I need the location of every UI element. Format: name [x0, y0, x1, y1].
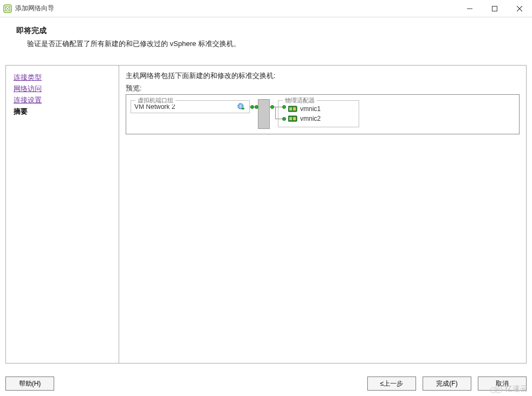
cancel-button-label: 取消	[496, 379, 509, 388]
globe-icon	[237, 103, 245, 111]
help-button-label: 帮助(H)	[19, 379, 41, 388]
svg-rect-1	[492, 7, 497, 11]
connector-line	[275, 107, 276, 119]
nic-item: vmnic1	[288, 104, 355, 114]
svg-rect-3	[242, 108, 244, 109]
wizard-body: 连接类型 网络访问 连接设置 摘要 主机网络将包括下面新建的和修改的标准交换机:…	[5, 65, 527, 363]
preview-label: 预览:	[126, 84, 520, 93]
nic-icon	[288, 106, 298, 112]
connector-dot	[250, 105, 254, 109]
minimize-button[interactable]	[457, 0, 482, 17]
wizard-steps-sidebar: 连接类型 网络访问 连接设置 摘要	[5, 65, 119, 363]
help-button[interactable]: 帮助(H)	[5, 376, 54, 391]
window-controls	[457, 0, 532, 17]
vswitch-block	[258, 99, 270, 129]
wizard-content: 主机网络将包括下面新建的和修改的标准交换机: 预览: 虚拟机端口组 VM Net…	[119, 65, 527, 363]
connector-dot	[270, 105, 274, 109]
page-description: 验证是否正确配置了所有新建的和已修改过的 vSphere 标准交换机。	[27, 39, 519, 49]
svg-rect-5	[289, 107, 292, 111]
app-icon	[3, 4, 12, 13]
svg-rect-6	[293, 107, 296, 111]
svg-rect-9	[293, 117, 296, 120]
nic-item: vmnic2	[288, 114, 355, 124]
step-connection-settings[interactable]: 连接设置	[14, 96, 111, 105]
connector-dot	[255, 105, 258, 109]
connector-dot	[282, 117, 286, 121]
network-diagram: 虚拟机端口组 VM Network 2 物理适配器	[126, 94, 520, 134]
content-intro: 主机网络将包括下面新建的和修改的标准交换机:	[126, 71, 520, 81]
step-network-access[interactable]: 网络访问	[14, 85, 111, 94]
physical-adapter-box: 物理适配器 vmnic1	[278, 100, 359, 127]
back-button[interactable]: ≤上一步	[367, 376, 416, 391]
nic-icon	[288, 115, 298, 122]
svg-rect-8	[289, 117, 292, 120]
cancel-button[interactable]: 取消	[478, 376, 527, 391]
finish-button-label: 完成(F)	[436, 379, 457, 388]
close-button[interactable]	[507, 0, 532, 17]
step-connection-type[interactable]: 连接类型	[14, 73, 111, 82]
step-summary: 摘要	[14, 107, 111, 116]
port-group-box: 虚拟机端口组 VM Network 2	[131, 100, 250, 113]
window-title: 添加网络向导	[15, 4, 457, 13]
wizard-footer: 帮助(H) ≤上一步 完成(F) 取消	[5, 376, 527, 391]
back-button-label: ≤上一步	[380, 379, 404, 388]
nic-name: vmnic1	[300, 105, 321, 113]
titlebar: 添加网络向导	[0, 0, 532, 17]
physical-adapter-legend: 物理适配器	[283, 96, 317, 105]
wizard-header: 即将完成 验证是否正确配置了所有新建的和已修改过的 vSphere 标准交换机。	[0, 17, 532, 53]
port-group-legend: 虚拟机端口组	[135, 96, 176, 105]
connector-dot	[282, 105, 286, 109]
nic-name: vmnic2	[300, 115, 321, 122]
maximize-button[interactable]	[482, 0, 507, 17]
page-title: 即将完成	[16, 26, 519, 36]
finish-button[interactable]: 完成(F)	[423, 376, 471, 391]
